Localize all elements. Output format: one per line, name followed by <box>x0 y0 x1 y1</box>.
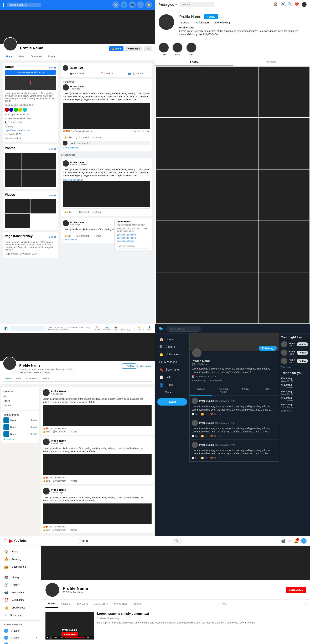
ig-icon-explore[interactable]: 🔍 <box>288 2 292 7</box>
facebook-tab-community[interactable]: Community <box>28 53 45 60</box>
li-nav-messaging[interactable]: ✉Messaging <box>121 326 130 331</box>
yt-channel-3[interactable]: Channel <box>0 641 41 644</box>
tw-suggest2-follow[interactable]: Follow <box>297 351 308 355</box>
fb-comment-btn[interactable]: 💬 Comment <box>74 135 90 139</box>
yt-tab-channels[interactable]: CHANNELS <box>111 600 130 608</box>
li-nav-me[interactable]: 👤Me ▾ <box>147 326 152 331</box>
facebook-search[interactable]: Search Facebook <box>7 2 41 7</box>
yt-sidebar-subscriptions[interactable]: 📻 Subscriptions <box>0 563 41 570</box>
tw-tweet2-share[interactable]: ↗ <box>220 435 222 438</box>
fb-icon-marketplace[interactable]: 🛒 <box>137 2 144 8</box>
linkedin-search[interactable] <box>10 326 45 331</box>
yt-search-channel-icon[interactable]: 🔍 <box>222 602 227 606</box>
li-post3-comment[interactable]: 💬 Comment <box>53 529 66 531</box>
instagram-search[interactable] <box>179 2 214 7</box>
tw-tweet2-like[interactable]: ❤️ 34 <box>210 435 216 438</box>
twitter-search[interactable] <box>167 326 201 332</box>
yt-tab-community[interactable]: COMMUNITY <box>91 600 111 608</box>
ig-more-icon[interactable]: ⋯ <box>221 15 224 18</box>
tw-tweet3-reply[interactable]: 💬 14 <box>192 457 198 459</box>
li-menu-overview[interactable]: Overview <box>3 389 37 394</box>
fb-post2-comment[interactable]: 💬 Comment <box>74 234 90 238</box>
fb-transparency-see-all[interactable]: See all <box>49 236 56 238</box>
tw-trend1-tag[interactable]: #Hashtag <box>281 377 308 380</box>
facebook-like-button[interactable]: 👍 Liked <box>109 46 124 51</box>
li-nav-home[interactable]: 🏠Home <box>95 326 100 331</box>
yt-video-camera-icon[interactable]: 📹 <box>281 539 286 543</box>
instagram-follow-button[interactable]: Follow <box>204 14 218 19</box>
fb-q1[interactable]: Question 4 goes here <box>117 234 150 236</box>
facebook-message-button[interactable]: ✉ Message <box>125 46 142 51</box>
li-nav-jobs[interactable]: 💼Jobs <box>113 326 117 331</box>
tw-sidebar-messages[interactable]: ✉ Messages <box>157 358 187 366</box>
yt-user-avatar[interactable] <box>301 538 307 544</box>
linkedin-website-button[interactable]: Visit website <box>140 365 152 368</box>
tw-tweet2-retweet[interactable]: 🔁 11 <box>201 435 207 438</box>
tw-tweet1-reply[interactable]: 💬 14 <box>192 413 198 416</box>
ig-icon-activity[interactable]: ❤️ <box>295 2 299 7</box>
li-tab-about[interactable]: About <box>13 376 23 382</box>
tw-show-more-trends[interactable]: Show more <box>281 410 308 412</box>
fb-popup-input[interactable] <box>117 244 150 248</box>
yt-progress-bar[interactable] <box>65 638 85 638</box>
tw-tab-tweets[interactable]: Tweets <box>190 385 212 396</box>
yt-sidebar-library[interactable]: 📚 Library <box>0 574 41 581</box>
tw-trend5-tag[interactable]: #Hashtag <box>281 403 308 406</box>
yt-tab-about[interactable]: ABOUT <box>130 600 144 608</box>
fb-post2-share[interactable]: ↗ Share <box>91 234 103 238</box>
fb-videos-see-all[interactable]: See all <box>49 194 56 197</box>
youtube-search-input[interactable] <box>78 538 172 544</box>
fb-icon-home[interactable]: 🏠 <box>112 2 119 8</box>
yt-volume-icon[interactable]: 🔊 <box>50 636 52 639</box>
fb-post1-comment[interactable]: 💬 Comment <box>74 210 90 214</box>
yt-sidebar-home[interactable]: 🏠 Home <box>0 548 41 555</box>
yt-next-icon[interactable]: › <box>305 602 306 606</box>
tw-trend4-tag[interactable]: #Hashtag <box>281 396 308 399</box>
fb-icon-watch[interactable]: 📺 <box>129 2 136 8</box>
li-nav-notifications[interactable]: 🔔Notifications <box>134 326 144 331</box>
tw-trend3-tag[interactable]: #Hashtag <box>281 390 308 393</box>
fb-checkin-btn[interactable]: 📍 Check in <box>101 72 113 75</box>
li-menu-people[interactable]: People <box>3 398 37 403</box>
yt-channel-1[interactable]: Channel <box>0 627 41 634</box>
fb-comment-input[interactable]: Write a comment... <box>69 141 150 145</box>
tw-sidebar-home[interactable]: 🏠 Home <box>157 336 187 343</box>
li-nav-network[interactable]: 👥Network <box>103 326 110 331</box>
tw-tweet3-like[interactable]: ❤️ 34 <box>210 457 216 459</box>
yt-featured-thumbnail[interactable]: Profile Name SUBSCRIBE ▶ 🔊 0:06 / 0:06 <box>45 612 94 640</box>
yt-notifications-icon[interactable]: 🔔 5 <box>294 539 298 543</box>
li-show-more[interactable]: Show more ▾ <box>3 438 37 440</box>
yt-play-icon[interactable]: ▶ <box>47 636 48 639</box>
li-post2-share[interactable]: ↗ Share <box>69 480 77 482</box>
li-post3-share[interactable]: ↗ Share <box>69 529 77 531</box>
yt-sidebar-liked-videos[interactable]: 👍 Liked videos <box>0 604 41 612</box>
fb-view-comment[interactable]: View 1 comment <box>63 146 150 149</box>
fb-post2-like[interactable]: 👍 Like <box>63 234 73 238</box>
fb-share-btn[interactable]: ↗ Share <box>91 135 103 139</box>
yt-tab-playlists[interactable]: PLAYLISTS <box>73 600 91 608</box>
tw-tweet3-retweet[interactable]: 🔁 11 <box>201 457 207 459</box>
facebook-more-button[interactable]: ⋯ <box>144 46 152 51</box>
fb-tag-friends-btn[interactable]: 👥 Tag Friends <box>128 72 143 75</box>
ig-profile-icon[interactable] <box>302 2 307 7</box>
tw-sidebar-profile[interactable]: 👤 Profile <box>157 381 187 389</box>
li-menu-insights[interactable]: Insights <box>3 403 37 408</box>
facebook-tab-more[interactable]: More ▾ <box>45 53 58 60</box>
yt-fullscreen-icon[interactable]: ⛶ <box>90 636 92 639</box>
linkedin-follow-button[interactable]: + Follow <box>121 364 138 369</box>
facebook-tab-about[interactable]: About <box>16 53 27 60</box>
tw-show-more[interactable]: Show more <box>281 366 308 368</box>
ig-icon-home[interactable]: 🏠 <box>274 2 278 7</box>
tw-tweet1-retweet[interactable]: 🔁 11 <box>201 413 207 416</box>
tw-trend2-tag[interactable]: #Hashtag <box>281 384 308 386</box>
tw-tweet2-reply[interactable]: 💬 14 <box>192 435 198 438</box>
yt-channel-2[interactable]: Channel • <box>0 634 41 641</box>
yt-tab-videos[interactable]: VIDEOS <box>58 600 73 608</box>
li-tab-documents[interactable]: Documents <box>24 376 40 382</box>
li-post2-like[interactable]: 👍 Like <box>43 480 50 482</box>
fb-post1-share[interactable]: ↗ Share <box>91 210 103 214</box>
tw-sidebar-bookmarks[interactable]: 🔖 Bookmarks <box>157 366 187 374</box>
yt-sidebar-history[interactable]: 🕐 History <box>0 581 41 589</box>
tw-tweet1-share[interactable]: ↗ <box>220 413 222 416</box>
li-similar-2-follow[interactable]: + Follow <box>29 426 37 428</box>
